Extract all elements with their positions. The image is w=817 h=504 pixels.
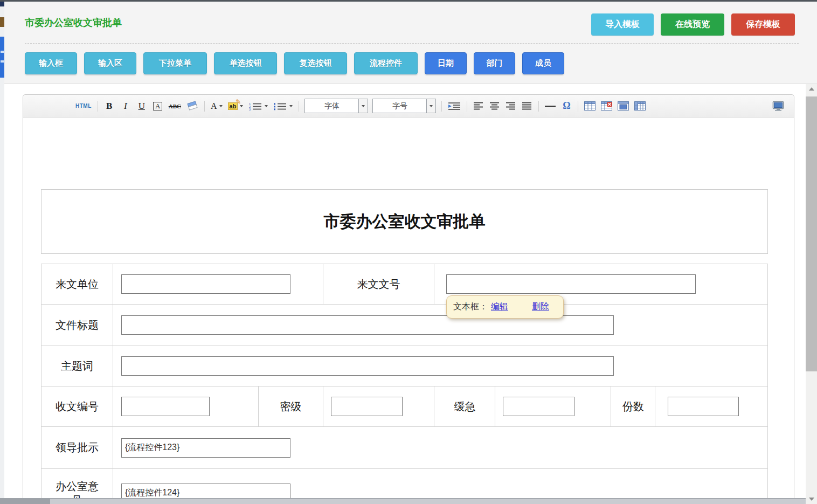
align-justify-icon	[522, 102, 532, 110]
widget-checkbox-button[interactable]: 复选按钮	[284, 52, 347, 74]
widget-date-button[interactable]: 日期	[425, 52, 467, 74]
scrollbar-up-button[interactable]	[806, 84, 817, 94]
table-row: 主题词	[41, 346, 768, 386]
save-template-button[interactable]: 保存模板	[731, 13, 795, 36]
form-field-cell	[113, 346, 768, 386]
chevron-down-icon	[289, 105, 293, 107]
table-properties-button[interactable]	[633, 99, 647, 113]
form-label-leader-note: 领导批示	[41, 427, 113, 469]
online-preview-button[interactable]: 在线预览	[661, 13, 724, 36]
designer-header: 市委办公室收文审批单 导入模板 在线预览 保存模板 输入框 输入区 下拉菜单 单…	[4, 2, 817, 84]
widget-department-button[interactable]: 部门	[474, 52, 515, 74]
insert-table-icon	[584, 101, 596, 111]
underline-button[interactable]: U	[135, 99, 148, 113]
toolbar-separator	[467, 101, 467, 112]
toolbar-separator	[299, 101, 299, 112]
indent-icon	[448, 102, 461, 111]
align-center-button[interactable]	[488, 99, 501, 113]
window-bottom-edge	[0, 498, 806, 504]
form-label-urgency: 缓急	[434, 386, 495, 427]
source-unit-input[interactable]	[121, 274, 290, 294]
urgency-input[interactable]	[503, 397, 574, 416]
widget-dropdown-button[interactable]: 下拉菜单	[143, 52, 207, 74]
widget-flow-control-button[interactable]: 流程控件	[354, 52, 418, 74]
unordered-list-icon	[273, 102, 287, 111]
combo-arrow-button[interactable]	[358, 99, 368, 113]
background-window-sliver	[0, 0, 4, 504]
table-row: 领导批示	[41, 427, 768, 469]
bold-button[interactable]: B	[103, 99, 116, 113]
font-family-select[interactable]: 字体	[304, 99, 368, 113]
table-properties-icon	[634, 101, 646, 111]
form-label-copies: 份数	[611, 386, 655, 427]
form-field-cell	[113, 264, 323, 305]
copies-input[interactable]	[668, 397, 739, 416]
highlight-color-button[interactable]: ab ✎	[227, 99, 245, 113]
italic-button[interactable]: I	[119, 99, 132, 113]
tooltip-edit-link[interactable]: 编辑	[491, 301, 508, 313]
fullscreen-button[interactable]	[771, 99, 786, 113]
scrollbar-thumb[interactable]	[806, 96, 817, 371]
indent-button[interactable]	[447, 99, 462, 113]
keywords-input[interactable]	[121, 356, 614, 376]
import-template-button[interactable]: 导入模板	[591, 13, 654, 36]
ordered-list-button[interactable]: 123	[247, 99, 269, 113]
form-label-doc-number: 来文文号	[323, 264, 435, 305]
triangle-up-icon	[809, 87, 814, 91]
form-label-receipt-no: 收文编号	[41, 386, 113, 427]
triangle-down-icon	[809, 498, 814, 501]
form-title-cell[interactable]: 市委办公室收文审批单	[41, 189, 768, 254]
doc-number-input[interactable]	[446, 274, 696, 294]
form-field-cell	[495, 386, 611, 427]
scrollbar-down-button[interactable]	[806, 494, 817, 504]
receipt-no-input[interactable]	[121, 397, 210, 416]
form-label-secrecy: 密级	[259, 386, 323, 427]
editor-toolbar: HTML B I U A ABC A ab ✎ 123	[23, 95, 794, 118]
combo-arrow-button[interactable]	[426, 99, 435, 113]
highlight-icon: ab ✎	[228, 102, 238, 110]
table-row: 收文编号 密级 缓急 份数	[41, 386, 768, 427]
html-source-button[interactable]: HTML	[74, 99, 93, 113]
widget-input-box-button[interactable]: 输入框	[25, 52, 77, 74]
font-size-value: 字号	[373, 101, 426, 111]
header-divider	[25, 43, 799, 44]
horizontal-rule-icon	[545, 106, 556, 107]
window-bottom-edge-left	[0, 498, 50, 504]
remove-format-button[interactable]	[185, 99, 199, 113]
font-style-box-button[interactable]: A	[151, 99, 164, 113]
insert-table-button[interactable]	[583, 99, 597, 113]
align-justify-button[interactable]	[521, 99, 534, 113]
window-top-edge	[0, 0, 817, 2]
horizontal-rule-button[interactable]	[544, 99, 557, 113]
align-right-button[interactable]	[504, 99, 517, 113]
delete-table-icon	[601, 101, 612, 111]
svg-text:3: 3	[249, 107, 251, 111]
align-left-button[interactable]	[472, 99, 485, 113]
unordered-list-button[interactable]	[272, 99, 294, 113]
widget-textarea-button[interactable]: 输入区	[84, 52, 136, 74]
strikethrough-button[interactable]: ABC	[168, 99, 182, 113]
font-size-select[interactable]: 字号	[372, 99, 436, 113]
widget-member-button[interactable]: 成员	[522, 52, 564, 74]
header-action-buttons: 导入模板 在线预览 保存模板	[4, 13, 799, 36]
font-color-button[interactable]: A	[210, 99, 224, 113]
form-label-doc-title: 文件标题	[41, 305, 113, 346]
widget-tooltip: 文本框： 编辑 删除	[446, 295, 564, 319]
form-field-cell	[113, 386, 259, 427]
leader-note-input[interactable]	[121, 438, 290, 458]
cell-properties-button[interactable]	[617, 99, 630, 113]
secrecy-input[interactable]	[331, 397, 403, 416]
cell-properties-icon	[618, 101, 629, 111]
ordered-list-icon: 123	[248, 102, 262, 111]
tooltip-delete-link[interactable]: 删除	[532, 301, 549, 313]
monitor-icon	[772, 101, 785, 111]
delete-table-button[interactable]	[600, 99, 613, 113]
toolbar-separator	[578, 101, 578, 112]
special-character-button[interactable]: Ω	[560, 99, 573, 113]
sliver-tick	[1, 51, 4, 53]
sliver-brown-fragment	[0, 17, 4, 27]
vertical-scrollbar[interactable]	[806, 84, 817, 504]
chevron-down-icon	[430, 105, 433, 107]
widget-radio-button[interactable]: 单选按钮	[214, 52, 277, 74]
form-title: 市委办公室收文审批单	[324, 211, 486, 233]
